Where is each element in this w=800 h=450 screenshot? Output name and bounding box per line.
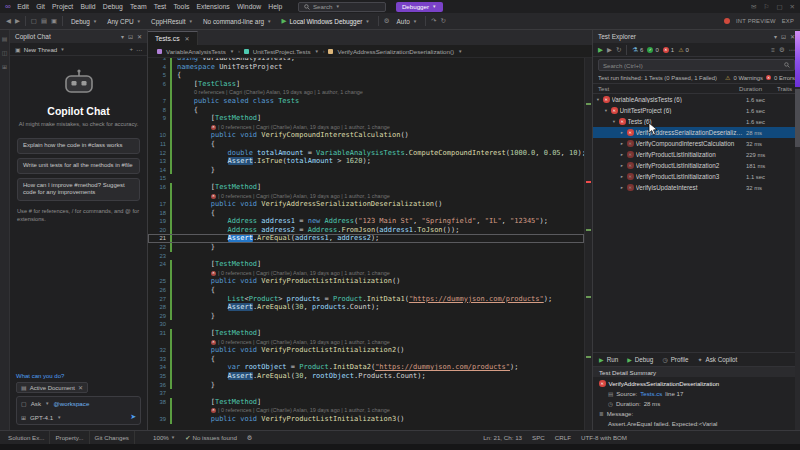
- codelens-line[interactable]: ✕| 0 references | Cagri (Charlie) Aslan,…: [148, 123, 584, 132]
- line-number[interactable]: 28: [148, 303, 170, 312]
- line-number[interactable]: 27: [148, 295, 170, 304]
- menu-item-edit[interactable]: Edit: [14, 3, 33, 10]
- line-number[interactable]: 30: [148, 320, 170, 329]
- line-ending[interactable]: CRLF: [550, 434, 576, 441]
- code-line[interactable]: 14 }: [148, 166, 584, 175]
- tab-tests-cs[interactable]: Tests.cs ✕: [148, 31, 198, 45]
- model-selector[interactable]: GPT-4.1: [30, 414, 53, 421]
- line-number[interactable]: 34: [148, 363, 170, 372]
- context-chip[interactable]: ▤ Active Document ✕: [16, 382, 88, 393]
- line-number[interactable]: 25: [148, 277, 170, 286]
- scrollbar-thumb[interactable]: [795, 89, 800, 147]
- startup-project-dropdown[interactable]: CppHResult▼: [148, 15, 196, 27]
- line-number[interactable]: 12: [148, 149, 170, 158]
- code-line[interactable]: 11 {: [148, 140, 584, 149]
- menu-item-build[interactable]: Build: [77, 3, 99, 10]
- line-number[interactable]: 29: [148, 312, 170, 321]
- close-tab-icon[interactable]: ✕: [185, 35, 190, 42]
- feedback-icon[interactable]: ✉: [751, 3, 756, 11]
- open-file-icon[interactable]: ▤: [41, 17, 47, 25]
- code-line[interactable]: 9 [TestMethod]: [148, 114, 584, 123]
- ask-copilot-button[interactable]: ✦Ask Copilot: [697, 356, 737, 363]
- suggestion-card[interactable]: Explain how the code in #class works: [17, 138, 140, 154]
- code-line[interactable]: 4namespace UnitTestProject: [148, 63, 584, 72]
- failed-count[interactable]: ✕1: [663, 47, 674, 53]
- menu-item-team[interactable]: Team: [126, 3, 150, 10]
- repeat-run-icon[interactable]: ↻: [616, 46, 621, 54]
- run-all-icon[interactable]: ▶: [598, 46, 603, 54]
- test-tree-item[interactable]: ▾✕VariableAnalysisTests (6)1.6 sec: [593, 94, 800, 105]
- code-line[interactable]: 16 [TestMethod]: [148, 183, 584, 192]
- tool-window-tab[interactable]: Git Changes: [90, 431, 135, 444]
- line-number[interactable]: 15: [148, 174, 170, 183]
- start-debugging-button[interactable]: ▶Local Windows Debugger▼: [279, 15, 373, 27]
- caret-position[interactable]: Ln: 21, Ch: 13: [478, 434, 527, 441]
- line-number[interactable]: 14: [148, 166, 170, 175]
- line-number[interactable]: 11: [148, 140, 170, 149]
- codelens-line[interactable]: ✕| 0 references | Cagri (Charlie) Aslan,…: [148, 406, 584, 415]
- codelens-line[interactable]: ✕| 0 references | Cagri (Charlie) Aslan,…: [148, 269, 584, 278]
- new-thread-icon[interactable]: +: [129, 46, 133, 52]
- code-line[interactable]: 8 {: [148, 106, 584, 115]
- search-sidebar-icon[interactable]: ◫: [2, 49, 8, 56]
- tool-window-tab[interactable]: Property...: [50, 431, 89, 444]
- code-line[interactable]: 30: [148, 320, 584, 329]
- settings-icon[interactable]: ⚙: [384, 17, 390, 25]
- test-tree-item[interactable]: ▸✕VerifyProductListInitialization31.1 se…: [593, 171, 800, 182]
- menu-item-extensions[interactable]: Extensions: [193, 3, 233, 10]
- thread-selector[interactable]: ▣ New Thread ▼ + ⋯: [10, 43, 147, 56]
- send-icon[interactable]: ➤: [130, 413, 136, 421]
- auto-dropdown[interactable]: Auto▼: [394, 15, 421, 27]
- encoding[interactable]: UTF-8 with BOM: [576, 434, 632, 441]
- issues-status[interactable]: ✔No issues found: [180, 434, 242, 441]
- code-line[interactable]: 28 Assert.AreEqual(30, products.Count);: [148, 303, 584, 312]
- line-number[interactable]: 4: [148, 63, 170, 72]
- remove-context-icon[interactable]: ✕: [78, 384, 83, 391]
- total-count[interactable]: ⚗6: [632, 46, 643, 54]
- line-number[interactable]: 24: [148, 260, 170, 269]
- test-tree-item[interactable]: ▸✕VerifyIsUpdateInterest32 ms: [593, 182, 800, 193]
- menu-item-help[interactable]: Help: [265, 3, 286, 10]
- passed-count[interactable]: ✓0: [647, 47, 658, 53]
- attach-icon[interactable]: ⊞: [21, 414, 26, 421]
- run-icon[interactable]: ▶: [607, 46, 612, 54]
- test-tree-item[interactable]: ▸✕VerifyProductListInitialization229 ms: [593, 149, 800, 160]
- expand-icon[interactable]: ▸: [619, 130, 625, 135]
- menu-item-git[interactable]: Git: [33, 3, 49, 10]
- debugger-layout-button[interactable]: Debugger ▼: [396, 2, 443, 12]
- zoom-control[interactable]: 100%▼: [148, 434, 180, 441]
- code-line[interactable]: 29 }: [148, 312, 584, 321]
- code-line[interactable]: 35 Assert.AreEqual(30, rootObject.Produc…: [148, 372, 584, 381]
- platform-dropdown[interactable]: Any CPU▼: [104, 15, 144, 27]
- code-line[interactable]: 5{: [148, 71, 584, 80]
- code-line[interactable]: 38 [TestMethod]: [148, 398, 584, 407]
- navigate-back-icon[interactable]: ◀: [6, 17, 11, 25]
- code-line[interactable]: 31 [TestMethod]: [148, 329, 584, 338]
- code-line[interactable]: 13 Assert.IsTrue(totalAmount > 1620);: [148, 157, 584, 166]
- line-number[interactable]: 22: [148, 243, 170, 252]
- code-line[interactable]: 7 public sealed class Tests: [148, 97, 584, 106]
- test-tree-item[interactable]: ▾✕Tests (6)1.6 sec: [593, 116, 800, 127]
- code-line[interactable]: 39 public void VerifyProductListInitiali…: [148, 415, 584, 424]
- test-tree-item[interactable]: ▸✕VerifyProductListInitialization2181 ms: [593, 160, 800, 171]
- run-button[interactable]: ▶Run: [599, 356, 618, 363]
- record-icon[interactable]: [724, 18, 730, 24]
- line-number[interactable]: 16: [148, 183, 170, 192]
- line-number[interactable]: 31: [148, 329, 170, 338]
- line-number[interactable]: 38: [148, 398, 170, 407]
- expand-icon[interactable]: ▸: [619, 163, 625, 168]
- menu-item-window[interactable]: Window: [233, 3, 264, 10]
- codelens-line[interactable]: 0 references | Cagri (Charlie) Aslan, 19…: [148, 88, 584, 97]
- test-tree-item[interactable]: ▸✕VerifyAddressSerializationDeserializat…: [593, 127, 800, 138]
- codelens-line[interactable]: ✕| 0 references | Cagri (Charlie) Aslan,…: [148, 192, 584, 201]
- code-line[interactable]: 23: [148, 252, 584, 261]
- close-icon[interactable]: ✕: [137, 33, 142, 40]
- code-line[interactable]: 17 public void VerifyAddressSerializatio…: [148, 200, 584, 209]
- save-icon[interactable]: ▣: [51, 17, 57, 25]
- expand-icon[interactable]: ▸: [619, 141, 625, 146]
- notifications-icon[interactable]: ⚐: [764, 3, 770, 11]
- code-line[interactable]: 18 {: [148, 209, 584, 218]
- refresh-icon[interactable]: ↻: [441, 17, 446, 25]
- collapse-icon[interactable]: ▾: [611, 119, 617, 124]
- code-line[interactable]: 34 var rootObject = Product.InitData2("h…: [148, 363, 584, 372]
